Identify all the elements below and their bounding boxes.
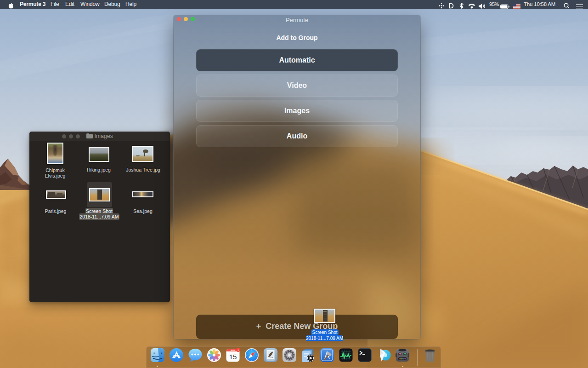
svg-text:NOV: NOV bbox=[231, 349, 235, 351]
svg-text:1: 1 bbox=[237, 348, 239, 351]
svg-text:15: 15 bbox=[229, 353, 237, 361]
